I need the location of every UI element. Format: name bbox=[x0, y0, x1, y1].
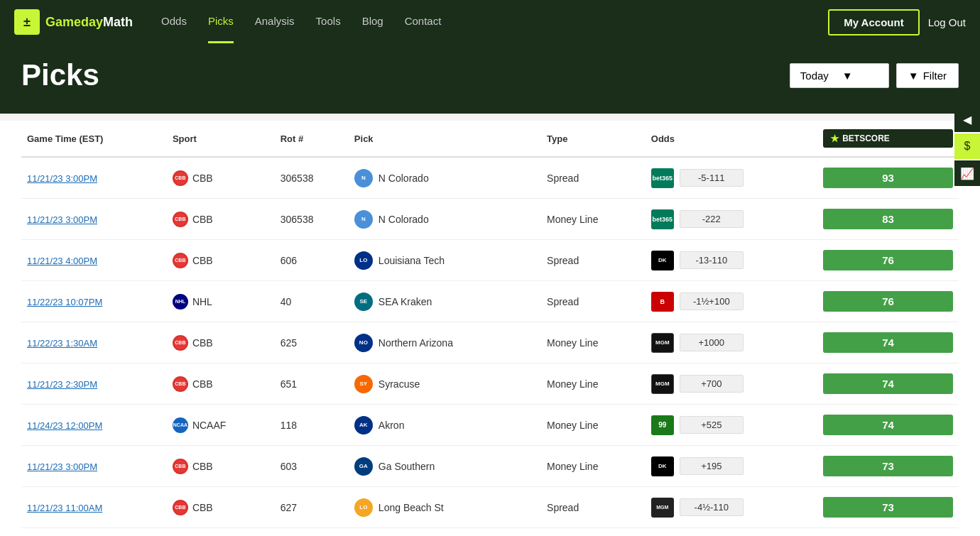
nav-contact[interactable]: Contact bbox=[405, 1, 442, 43]
page-title: Picks bbox=[21, 58, 99, 92]
score-badge: 76 bbox=[823, 250, 953, 270]
sport-label: CBB bbox=[192, 214, 213, 225]
cell-time: 11/21/23 3:00PM bbox=[21, 157, 167, 199]
pick-name: Syracuse bbox=[379, 378, 420, 390]
filter-label: Filter bbox=[923, 70, 947, 82]
col-odds: Odds bbox=[646, 121, 817, 157]
time-link[interactable]: 11/21/23 11:00AM bbox=[27, 503, 102, 513]
sport-label: NCAAF bbox=[192, 420, 226, 431]
score-badge: 73 bbox=[823, 456, 953, 476]
time-link[interactable]: 11/22/23 10:07PM bbox=[27, 297, 102, 307]
table-header-row: Game Time (EST) Sport Rot # Pick Type Od… bbox=[21, 121, 959, 157]
time-link[interactable]: 11/21/23 3:00PM bbox=[27, 461, 97, 472]
table-row: 11/21/23 3:00PM CBB CBB 306538 N N Color… bbox=[21, 199, 959, 240]
cell-pick: NO Northern Arizona bbox=[349, 322, 541, 363]
cell-pick: N N Colorado bbox=[349, 157, 541, 199]
nav-blog[interactable]: Blog bbox=[362, 1, 383, 43]
cell-odds: 99 +525 bbox=[646, 405, 817, 446]
cell-time: 11/21/23 12:00PM bbox=[21, 528, 167, 537]
time-link[interactable]: 11/24/23 12:00PM bbox=[27, 420, 102, 431]
cell-type: Spread bbox=[541, 487, 646, 528]
cell-sport: NCAA NCAAF bbox=[167, 405, 275, 446]
cell-type: Money Line bbox=[541, 446, 646, 487]
cell-time: 11/24/23 12:00PM bbox=[21, 405, 167, 446]
side-widgets: ◀ $ 📈 bbox=[954, 106, 980, 186]
collapse-widget[interactable]: ◀ bbox=[954, 106, 980, 132]
cell-time: 11/21/23 4:00PM bbox=[21, 240, 167, 281]
logo-icon: ± bbox=[14, 9, 40, 35]
time-link[interactable]: 11/22/23 1:30AM bbox=[27, 338, 97, 349]
cell-rot: 627 bbox=[275, 487, 349, 528]
sport-icon: NCAA bbox=[173, 417, 188, 433]
pick-name: Ga Southern bbox=[379, 461, 435, 472]
odds-value: +700 bbox=[680, 375, 744, 393]
team-icon: GA bbox=[354, 457, 373, 476]
bookmaker-logo: MGM bbox=[651, 498, 674, 518]
sport-label: CBB bbox=[192, 378, 213, 390]
date-value: Today bbox=[800, 70, 837, 82]
team-icon: AK bbox=[354, 416, 373, 434]
filter-button[interactable]: ▼ Filter bbox=[896, 63, 959, 88]
table-row: 11/22/23 1:30AM CBB CBB 625 NO Northern … bbox=[21, 322, 959, 363]
cell-score: 93 bbox=[817, 157, 959, 199]
cell-rot: 306538 bbox=[275, 199, 349, 240]
cell-rot: 603 bbox=[275, 446, 349, 487]
page-header: Picks Today ▼ ▼ Filter bbox=[0, 44, 980, 114]
team-icon: N bbox=[354, 210, 373, 229]
table-row: 11/21/23 12:00PM CBB CBB 644 CM CMU/STET… bbox=[21, 528, 959, 537]
cell-rot: 651 bbox=[275, 363, 349, 405]
date-dropdown[interactable]: Today ▼ bbox=[790, 63, 889, 88]
cell-sport: CBB CBB bbox=[167, 446, 275, 487]
time-link[interactable]: 11/21/23 2:30PM bbox=[27, 379, 97, 390]
nav-odds[interactable]: Odds bbox=[161, 1, 187, 43]
odds-value: -13-110 bbox=[680, 251, 744, 269]
nav-picks[interactable]: Picks bbox=[208, 1, 234, 43]
cell-rot: 118 bbox=[275, 405, 349, 446]
cell-score: 73 bbox=[817, 446, 959, 487]
pick-name: N Colorado bbox=[379, 214, 429, 225]
score-badge: 74 bbox=[823, 373, 953, 394]
cell-type: Spread bbox=[541, 157, 646, 199]
cell-time: 11/21/23 11:00AM bbox=[21, 487, 167, 528]
cell-sport: CBB CBB bbox=[167, 157, 275, 199]
bookmaker-logo: DK bbox=[651, 251, 674, 270]
score-badge: 76 bbox=[823, 291, 953, 312]
score-badge: 73 bbox=[823, 497, 953, 518]
nav-analysis[interactable]: Analysis bbox=[255, 1, 295, 43]
picks-table: Game Time (EST) Sport Rot # Pick Type Od… bbox=[21, 121, 959, 536]
sport-icon: CBB bbox=[173, 335, 188, 351]
cell-odds: bet365 -222 bbox=[646, 199, 817, 240]
odds-value: +1000 bbox=[680, 334, 744, 351]
sport-label: CBB bbox=[192, 461, 213, 472]
bookmaker-logo: MGM bbox=[651, 374, 674, 394]
odds-value: -222 bbox=[680, 210, 744, 228]
cell-score: 83 bbox=[817, 199, 959, 240]
dollar-widget[interactable]: $ bbox=[954, 133, 980, 159]
table-row: 11/21/23 3:00PM CBB CBB 603 GA Ga Southe… bbox=[21, 446, 959, 487]
time-link[interactable]: 11/21/23 3:00PM bbox=[27, 214, 97, 225]
time-link[interactable]: 11/21/23 4:00PM bbox=[27, 256, 97, 266]
cell-time: 11/21/23 2:30PM bbox=[21, 363, 167, 405]
bookmaker-logo: 99 bbox=[651, 415, 674, 435]
col-type: Type bbox=[541, 121, 646, 157]
logout-button[interactable]: Log Out bbox=[928, 16, 966, 28]
logo[interactable]: ± GamedayMath bbox=[14, 9, 133, 35]
time-link[interactable]: 11/21/23 3:00PM bbox=[27, 173, 97, 184]
cell-type: Money Line bbox=[541, 405, 646, 446]
chart-widget[interactable]: 📈 bbox=[954, 160, 980, 186]
cell-type: Spread bbox=[541, 281, 646, 322]
table-row: 11/21/23 2:30PM CBB CBB 651 SY Syracuse … bbox=[21, 363, 959, 405]
nav-tools[interactable]: Tools bbox=[316, 1, 341, 43]
cell-rot: 644 bbox=[275, 528, 349, 537]
main-content: Game Time (EST) Sport Rot # Pick Type Od… bbox=[0, 121, 980, 536]
cell-rot: 40 bbox=[275, 281, 349, 322]
cell-pick: CM CMU/STET Under bbox=[349, 528, 541, 537]
odds-value: +525 bbox=[680, 416, 744, 434]
odds-value: -5-111 bbox=[680, 169, 744, 187]
my-account-button[interactable]: My Account bbox=[828, 9, 919, 35]
cell-score: 76 bbox=[817, 281, 959, 322]
cell-score: 73 bbox=[817, 528, 959, 537]
cell-pick: GA Ga Southern bbox=[349, 446, 541, 487]
table-row: 11/21/23 11:00AM CBB CBB 627 LO Long Bea… bbox=[21, 487, 959, 528]
bookmaker-logo: DK bbox=[651, 456, 674, 476]
